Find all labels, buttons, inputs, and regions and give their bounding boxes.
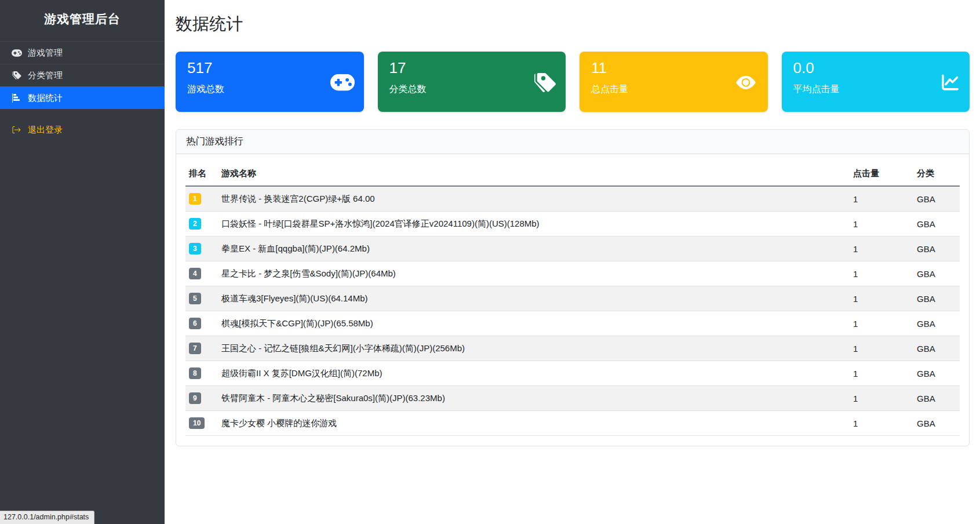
clicks-value: 1 [853,319,858,329]
stat-value: 517 [187,60,352,76]
table-row: 1 世界传说 - 换装迷宫2(CGP)绿+版 64.00 1 GBA [185,186,960,212]
category-value: GBA [917,369,935,379]
clicks-value: 1 [853,194,858,204]
gamepad-icon [330,74,355,91]
table-row: 10 魔卡少女樱 小樱牌的迷你游戏 1 GBA [185,411,960,436]
game-name: 世界传说 - 换装迷宫2(CGP)绿+版 64.00 [221,194,375,203]
stat-card-total-categories: 17 分类总数 [378,52,566,112]
panel-title: 热门游戏排行 [176,130,969,154]
table-header-row: 排名 游戏名称 点击量 分类 [185,163,960,186]
table-row: 4 星之卡比 - 梦之泉[伤雪&Sody](简)(JP)(64Mb) 1 GBA [185,261,960,286]
game-name: 拳皇EX - 新血[qqgba](简)(JP)(64.2Mb) [221,243,370,253]
app-title: 游戏管理后台 [0,0,165,27]
stat-value: 11 [591,60,756,76]
bar-chart-icon [12,93,22,103]
game-name: 棋魂[模拟天下&CGP](简)(JP)(65.58Mb) [221,318,373,328]
stat-label: 分类总数 [389,83,555,96]
rank-badge: 7 [189,343,201,354]
hot-games-panel: 热门游戏排行 排名 游戏名称 点击量 分类 1 世界传说 - 换装迷宫2(CGP… [176,129,970,446]
category-value: GBA [917,219,935,229]
stat-card-total-clicks: 11 总点击量 [580,52,768,112]
stat-card-average-clicks: 0.0 平均点击量 [782,52,970,112]
category-value: GBA [917,419,935,428]
game-name: 铁臂阿童木 - 阿童木心之秘密[Sakura0s](简)(JP)(63.23Mb… [221,393,445,403]
col-header-rank: 排名 [185,163,218,186]
tags-icon [12,71,22,80]
clicks-value: 1 [853,419,858,428]
category-value: GBA [917,394,935,403]
sidebar-item-categories[interactable]: 分类管理 [0,64,165,86]
clicks-value: 1 [853,269,858,279]
col-header-category: 分类 [913,163,960,186]
stat-card-total-games: 517 游戏总数 [176,52,364,112]
game-name: 超级街霸II X 复苏[DMG汉化组](简)(72Mb) [221,368,382,378]
sidebar: 游戏管理后台 游戏管理 分类管理 数据统计 退出登录 127. [0,0,165,524]
sidebar-item-stats[interactable]: 数据统计 [0,86,165,109]
rank-badge: 10 [189,417,205,429]
clicks-value: 1 [853,294,858,304]
clicks-value: 1 [853,219,858,229]
stat-value: 17 [389,60,555,76]
category-value: GBA [917,269,935,279]
rank-badge: 2 [189,218,201,230]
clicks-value: 1 [853,244,858,254]
rank-badge: 5 [189,293,201,304]
panel-body: 排名 游戏名称 点击量 分类 1 世界传说 - 换装迷宫2(CGP)绿+版 64… [176,154,969,446]
table-row: 6 棋魂[模拟天下&CGP](简)(JP)(65.58Mb) 1 GBA [185,311,960,336]
col-header-name: 游戏名称 [218,163,850,186]
page-title: 数据统计 [176,13,970,36]
table-row: 2 口袋妖怪 - 叶绿[口袋群星SP+洛水惊鸿](2024官译修正v202411… [185,212,960,236]
table-row: 8 超级街霸II X 复苏[DMG汉化组](简)(72Mb) 1 GBA [185,361,960,386]
game-name: 王国之心 - 记忆之链[狼组&天幻网](小字体稀疏)(简)(JP)(256Mb) [221,343,465,353]
gamepad-icon [12,49,22,57]
category-value: GBA [917,344,935,354]
table-row: 9 铁臂阿童木 - 阿童木心之秘密[Sakura0s](简)(JP)(63.23… [185,386,960,411]
category-value: GBA [917,194,935,204]
sidebar-item-label: 数据统计 [28,93,63,103]
sidebar-item-label: 分类管理 [28,70,63,81]
game-name: 魔卡少女樱 小樱牌的迷你游戏 [221,418,337,428]
clicks-value: 1 [853,369,858,379]
rank-badge: 6 [189,318,201,329]
category-value: GBA [917,294,935,304]
game-name: 极道车魂3[Flyeyes](简)(US)(64.14Mb) [221,293,368,303]
rank-badge: 8 [189,367,201,379]
category-value: GBA [917,319,935,329]
stat-label: 游戏总数 [187,83,352,96]
stat-value: 0.0 [793,60,959,76]
logout-button[interactable]: 退出登录 [0,118,165,141]
stat-label: 平均点击量 [793,83,959,96]
rank-badge: 3 [189,243,201,254]
table-row: 7 王国之心 - 记忆之链[狼组&天幻网](小字体稀疏)(简)(JP)(256M… [185,336,960,361]
stat-label: 总点击量 [591,83,756,96]
stat-cards-row: 517 游戏总数 17 分类总数 11 总点击量 0.0 平均点击量 [176,52,970,112]
ranking-table: 排名 游戏名称 点击量 分类 1 世界传说 - 换装迷宫2(CGP)绿+版 64… [185,163,960,436]
main-content: 数据统计 517 游戏总数 17 分类总数 11 总点击量 0.0 平均点击量 [165,0,980,524]
tags-icon [534,72,556,94]
rank-badge: 4 [189,268,201,279]
col-header-clicks: 点击量 [850,163,913,186]
sidebar-item-games[interactable]: 游戏管理 [0,41,165,64]
rank-badge: 1 [189,193,201,205]
clicks-value: 1 [853,394,858,403]
sidebar-item-label: 游戏管理 [28,48,63,58]
sidebar-menu: 游戏管理 分类管理 数据统计 退出登录 [0,41,165,141]
chart-line-icon [939,73,960,92]
browser-status-url: 127.0.0.1/admin.php#stats [0,511,94,524]
sign-out-icon [12,125,22,134]
table-row: 3 拳皇EX - 新血[qqgba](简)(JP)(64.2Mb) 1 GBA [185,236,960,261]
rank-badge: 9 [189,392,201,404]
game-name: 口袋妖怪 - 叶绿[口袋群星SP+洛水惊鸿](2024官译修正v20241109… [221,219,540,228]
game-name: 星之卡比 - 梦之泉[伤雪&Sody](简)(JP)(64Mb) [221,268,396,278]
ranking-table-body: 1 世界传说 - 换装迷宫2(CGP)绿+版 64.00 1 GBA 2 口袋妖… [185,186,960,436]
eye-icon [733,72,759,92]
category-value: GBA [917,244,935,254]
table-row: 5 极道车魂3[Flyeyes](简)(US)(64.14Mb) 1 GBA [185,286,960,311]
logout-label: 退出登录 [28,125,63,135]
clicks-value: 1 [853,344,858,354]
